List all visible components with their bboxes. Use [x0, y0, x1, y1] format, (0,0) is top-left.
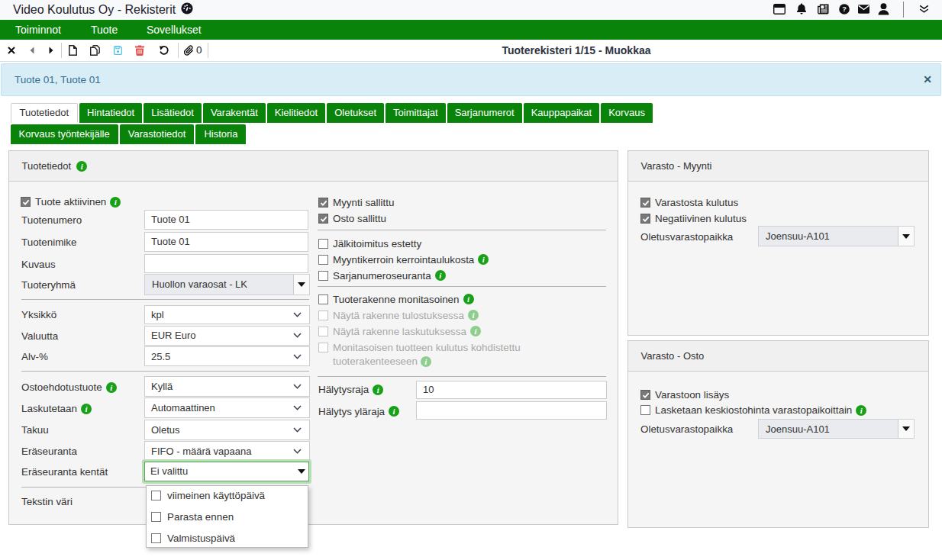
- svg-text:?: ?: [842, 5, 847, 13]
